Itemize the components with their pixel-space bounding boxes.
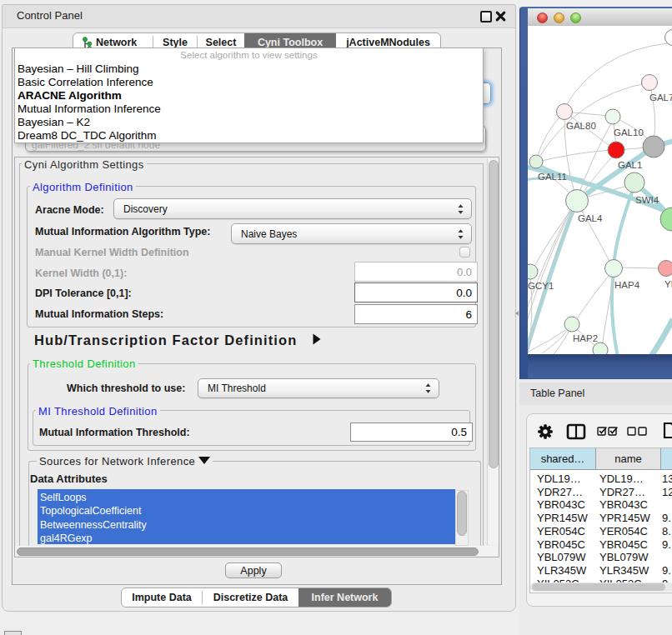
svg-text:HAP4: HAP4 xyxy=(614,280,640,290)
svg-text:YL: YL xyxy=(664,279,672,289)
svg-text:SWI4: SWI4 xyxy=(635,195,659,205)
svg-text:GAL1: GAL1 xyxy=(618,160,642,170)
svg-text:GAL10: GAL10 xyxy=(614,128,644,138)
svg-text:GAL80: GAL80 xyxy=(566,121,596,131)
svg-text:GAL7: GAL7 xyxy=(649,92,672,102)
svg-text:GAL11: GAL11 xyxy=(538,172,567,182)
svg-text:GAL4: GAL4 xyxy=(578,213,603,223)
svg-text:GCY1: GCY1 xyxy=(528,281,554,291)
svg-text:HAP2: HAP2 xyxy=(573,333,598,343)
